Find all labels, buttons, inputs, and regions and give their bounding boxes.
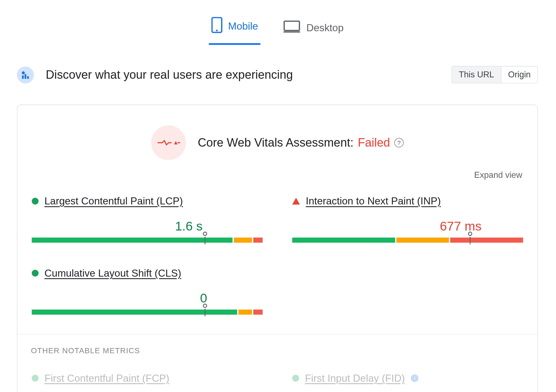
other-metrics-heading: OTHER NOTABLE METRICS bbox=[31, 346, 524, 355]
lcp-good-segment bbox=[32, 238, 233, 243]
field-data-header: Discover what your real users are experi… bbox=[0, 45, 555, 88]
cls-poor-segment bbox=[254, 309, 263, 315]
metric-inp-value: 677 ms bbox=[292, 219, 481, 233]
inp-ni-segment bbox=[396, 238, 448, 243]
crux-icon bbox=[17, 66, 34, 83]
inp-good-segment bbox=[292, 238, 395, 243]
metric-fid: First Input Delay (FID) i bbox=[292, 372, 523, 392]
cwv-assessment: Core Web Vitals Assessment: Failed ? bbox=[31, 125, 524, 160]
desktop-icon bbox=[283, 20, 300, 36]
cwv-assessment-status: Failed bbox=[358, 136, 390, 150]
tab-desktop-label: Desktop bbox=[306, 22, 343, 34]
metric-cls-name[interactable]: Cumulative Layout Shift (CLS) bbox=[45, 267, 181, 279]
device-tabs: Mobile Desktop bbox=[0, 0, 555, 45]
mobile-icon bbox=[211, 17, 222, 36]
metric-fcp: First Contentful Paint (FCP) bbox=[32, 372, 263, 392]
tab-desktop[interactable]: Desktop bbox=[283, 20, 344, 45]
metric-lcp-name[interactable]: Largest Contentful Paint (LCP) bbox=[45, 195, 183, 207]
svg-marker-8 bbox=[174, 141, 177, 144]
cwv-assessment-label: Core Web Vitals Assessment: bbox=[198, 136, 353, 150]
inp-marker-icon bbox=[468, 232, 472, 236]
expand-view-link[interactable]: Expand view bbox=[474, 170, 522, 179]
lcp-marker-icon bbox=[203, 232, 207, 236]
svg-rect-2 bbox=[284, 21, 299, 30]
tab-mobile-label: Mobile bbox=[228, 20, 258, 32]
cls-marker-icon bbox=[203, 304, 207, 308]
scope-origin-button[interactable]: Origin bbox=[501, 67, 538, 83]
metric-cls: Cumulative Layout Shift (CLS) 0 bbox=[32, 267, 263, 315]
cwv-failed-icon bbox=[151, 125, 186, 160]
svg-rect-6 bbox=[24, 74, 26, 78]
svg-point-1 bbox=[216, 30, 217, 31]
core-web-vitals-grid: Largest Contentful Paint (LCP) 1.6 s Int… bbox=[31, 195, 524, 334]
metric-inp-name[interactable]: Interaction to Next Paint (INP) bbox=[306, 195, 441, 207]
page-title: Discover what your real users are experi… bbox=[46, 68, 451, 81]
other-metrics-grid: First Contentful Paint (FCP) First Input… bbox=[31, 372, 524, 392]
status-dot-good-icon bbox=[32, 198, 39, 205]
metric-lcp-distribution bbox=[32, 238, 263, 243]
metric-fcp-name[interactable]: First Contentful Paint (FCP) bbox=[45, 372, 169, 384]
cwv-assessment-text: Core Web Vitals Assessment: Failed ? bbox=[198, 136, 403, 150]
inp-poor-segment bbox=[450, 238, 523, 243]
status-dot-good-icon bbox=[292, 375, 299, 382]
metric-cls-distribution bbox=[32, 309, 263, 315]
metric-inp-distribution bbox=[292, 238, 523, 243]
status-dot-good-icon bbox=[32, 375, 39, 382]
tab-mobile[interactable]: Mobile bbox=[211, 17, 258, 45]
metric-fid-name[interactable]: First Input Delay (FID) bbox=[305, 372, 405, 384]
section-divider bbox=[17, 334, 538, 335]
svg-rect-5 bbox=[22, 75, 24, 78]
field-data-card: Core Web Vitals Assessment: Failed ? Exp… bbox=[17, 105, 538, 392]
svg-rect-7 bbox=[27, 76, 29, 78]
cls-good-segment bbox=[32, 309, 237, 315]
help-icon[interactable]: ? bbox=[394, 138, 403, 147]
lcp-poor-segment bbox=[254, 238, 263, 243]
svg-point-4 bbox=[22, 71, 25, 74]
status-triangle-poor-icon bbox=[292, 198, 300, 205]
info-icon[interactable]: i bbox=[411, 374, 418, 382]
scope-this-url-button[interactable]: This URL bbox=[452, 67, 501, 83]
lcp-ni-segment bbox=[234, 238, 252, 243]
metric-lcp: Largest Contentful Paint (LCP) 1.6 s bbox=[32, 195, 263, 243]
svg-rect-3 bbox=[283, 31, 300, 33]
metric-cls-value: 0 bbox=[32, 291, 207, 305]
expand-view-row: Expand view bbox=[31, 163, 524, 195]
status-dot-good-icon bbox=[32, 270, 39, 277]
metric-lcp-value: 1.6 s bbox=[32, 219, 203, 233]
scope-segmented-control: This URL Origin bbox=[451, 66, 538, 83]
metric-inp: Interaction to Next Paint (INP) 677 ms bbox=[292, 195, 523, 243]
cls-ni-segment bbox=[238, 309, 252, 315]
